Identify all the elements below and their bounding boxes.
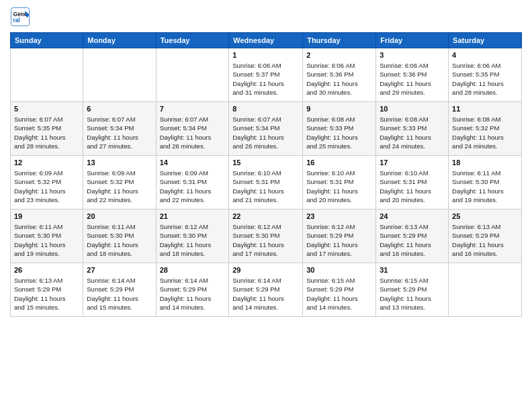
day-info: Sunrise: 6:10 AM Sunset: 5:31 PM Dayligh…: [232, 169, 299, 204]
day-info: Sunrise: 6:12 AM Sunset: 5:29 PM Dayligh…: [306, 222, 372, 258]
logo: Gene ral: [10, 7, 33, 27]
day-number: 25: [452, 212, 518, 220]
page-container: Gene ral SundayMondayTuesdayWednesdayThu…: [0, 0, 532, 324]
weekday-header-cell: Tuesday: [156, 33, 229, 48]
weekday-header-cell: Thursday: [303, 33, 376, 48]
day-info: Sunrise: 6:14 AM Sunset: 5:29 PM Dayligh…: [87, 276, 152, 312]
day-info: Sunrise: 6:09 AM Sunset: 5:32 PM Dayligh…: [14, 169, 79, 204]
day-number: 13: [87, 158, 152, 167]
day-info: Sunrise: 6:07 AM Sunset: 5:34 PM Dayligh…: [87, 115, 152, 150]
calendar-week-row: 5Sunrise: 6:07 AM Sunset: 5:35 PM Daylig…: [11, 102, 522, 156]
day-info: Sunrise: 6:12 AM Sunset: 5:30 PM Dayligh…: [232, 222, 299, 258]
calendar-cell: 13Sunrise: 6:09 AM Sunset: 5:32 PM Dayli…: [83, 156, 156, 210]
calendar-cell: 8Sunrise: 6:07 AM Sunset: 5:34 PM Daylig…: [229, 102, 303, 156]
calendar-cell: 27Sunrise: 6:14 AM Sunset: 5:29 PM Dayli…: [83, 263, 156, 317]
day-number: 18: [452, 158, 518, 167]
day-number: 6: [87, 105, 152, 113]
day-info: Sunrise: 6:11 AM Sunset: 5:30 PM Dayligh…: [87, 222, 152, 258]
day-info: Sunrise: 6:08 AM Sunset: 5:33 PM Dayligh…: [306, 115, 372, 150]
day-info: Sunrise: 6:08 AM Sunset: 5:32 PM Dayligh…: [452, 115, 518, 150]
calendar-cell: 17Sunrise: 6:10 AM Sunset: 5:31 PM Dayli…: [376, 156, 449, 210]
calendar-cell: 11Sunrise: 6:08 AM Sunset: 5:32 PM Dayli…: [449, 102, 522, 156]
day-info: Sunrise: 6:13 AM Sunset: 5:29 PM Dayligh…: [380, 222, 445, 258]
day-info: Sunrise: 6:13 AM Sunset: 5:29 PM Dayligh…: [14, 276, 79, 312]
day-info: Sunrise: 6:14 AM Sunset: 5:29 PM Dayligh…: [160, 276, 226, 312]
calendar-cell: 24Sunrise: 6:13 AM Sunset: 5:29 PM Dayli…: [376, 210, 449, 263]
calendar-cell: 21Sunrise: 6:12 AM Sunset: 5:30 PM Dayli…: [156, 210, 229, 263]
calendar-cell: [11, 48, 83, 102]
calendar-week-row: 19Sunrise: 6:11 AM Sunset: 5:30 PM Dayli…: [11, 210, 522, 263]
day-number: 23: [306, 212, 372, 220]
calendar-cell: [449, 263, 522, 317]
day-number: 17: [380, 158, 445, 167]
day-info: Sunrise: 6:15 AM Sunset: 5:29 PM Dayligh…: [306, 276, 372, 312]
calendar-cell: 23Sunrise: 6:12 AM Sunset: 5:29 PM Dayli…: [303, 210, 376, 263]
day-number: 27: [87, 266, 152, 274]
day-number: 12: [14, 158, 79, 167]
day-info: Sunrise: 6:08 AM Sunset: 5:33 PM Dayligh…: [380, 115, 445, 150]
calendar-cell: 18Sunrise: 6:11 AM Sunset: 5:30 PM Dayli…: [449, 156, 522, 210]
day-number: 7: [160, 105, 226, 113]
logo-icon: Gene ral: [10, 7, 30, 27]
day-info: Sunrise: 6:06 AM Sunset: 5:35 PM Dayligh…: [452, 61, 518, 97]
calendar-cell: 1Sunrise: 6:06 AM Sunset: 5:37 PM Daylig…: [229, 48, 303, 102]
day-info: Sunrise: 6:11 AM Sunset: 5:30 PM Dayligh…: [452, 169, 518, 204]
day-number: 15: [232, 158, 299, 167]
day-number: 31: [380, 266, 445, 274]
day-number: 30: [306, 266, 372, 274]
day-info: Sunrise: 6:11 AM Sunset: 5:30 PM Dayligh…: [14, 222, 79, 258]
day-info: Sunrise: 6:09 AM Sunset: 5:32 PM Dayligh…: [87, 169, 152, 204]
calendar-week-row: 26Sunrise: 6:13 AM Sunset: 5:29 PM Dayli…: [11, 263, 522, 317]
day-number: 16: [306, 158, 372, 167]
header: Gene ral: [10, 7, 522, 27]
calendar-cell: [156, 48, 229, 102]
weekday-header-cell: Friday: [376, 33, 449, 48]
calendar-cell: 4Sunrise: 6:06 AM Sunset: 5:35 PM Daylig…: [449, 48, 522, 102]
calendar-cell: 14Sunrise: 6:09 AM Sunset: 5:31 PM Dayli…: [156, 156, 229, 210]
calendar-cell: 3Sunrise: 6:06 AM Sunset: 5:36 PM Daylig…: [376, 48, 449, 102]
day-info: Sunrise: 6:07 AM Sunset: 5:35 PM Dayligh…: [14, 115, 79, 150]
calendar-cell: 28Sunrise: 6:14 AM Sunset: 5:29 PM Dayli…: [156, 263, 229, 317]
day-info: Sunrise: 6:09 AM Sunset: 5:31 PM Dayligh…: [160, 169, 226, 204]
day-number: 1: [232, 51, 299, 59]
day-number: 2: [306, 51, 372, 59]
day-number: 20: [87, 212, 152, 220]
day-info: Sunrise: 6:15 AM Sunset: 5:29 PM Dayligh…: [380, 276, 445, 312]
day-number: 29: [232, 266, 299, 274]
day-number: 5: [14, 105, 79, 113]
calendar-cell: 31Sunrise: 6:15 AM Sunset: 5:29 PM Dayli…: [376, 263, 449, 317]
calendar-cell: 26Sunrise: 6:13 AM Sunset: 5:29 PM Dayli…: [11, 263, 83, 317]
calendar-cell: [83, 48, 156, 102]
day-number: 8: [232, 105, 299, 113]
weekday-header-cell: Monday: [83, 33, 156, 48]
calendar-week-row: 1Sunrise: 6:06 AM Sunset: 5:37 PM Daylig…: [11, 48, 522, 102]
day-number: 9: [306, 105, 372, 113]
day-info: Sunrise: 6:10 AM Sunset: 5:31 PM Dayligh…: [306, 169, 372, 204]
day-number: 3: [380, 51, 445, 59]
day-number: 22: [232, 212, 299, 220]
day-info: Sunrise: 6:07 AM Sunset: 5:34 PM Dayligh…: [232, 115, 299, 150]
day-info: Sunrise: 6:12 AM Sunset: 5:30 PM Dayligh…: [160, 222, 226, 258]
calendar-cell: 25Sunrise: 6:13 AM Sunset: 5:29 PM Dayli…: [449, 210, 522, 263]
weekday-header-cell: Saturday: [449, 33, 522, 48]
calendar-table: SundayMondayTuesdayWednesdayThursdayFrid…: [10, 32, 522, 317]
calendar-body: 1Sunrise: 6:06 AM Sunset: 5:37 PM Daylig…: [11, 48, 522, 317]
svg-text:Gene: Gene: [13, 11, 28, 17]
calendar-cell: 16Sunrise: 6:10 AM Sunset: 5:31 PM Dayli…: [303, 156, 376, 210]
calendar-cell: 29Sunrise: 6:14 AM Sunset: 5:29 PM Dayli…: [229, 263, 303, 317]
day-number: 11: [452, 105, 518, 113]
calendar-cell: 19Sunrise: 6:11 AM Sunset: 5:30 PM Dayli…: [11, 210, 83, 263]
day-number: 28: [160, 266, 226, 274]
calendar-cell: 15Sunrise: 6:10 AM Sunset: 5:31 PM Dayli…: [229, 156, 303, 210]
calendar-cell: 10Sunrise: 6:08 AM Sunset: 5:33 PM Dayli…: [376, 102, 449, 156]
calendar-week-row: 12Sunrise: 6:09 AM Sunset: 5:32 PM Dayli…: [11, 156, 522, 210]
calendar-cell: 9Sunrise: 6:08 AM Sunset: 5:33 PM Daylig…: [303, 102, 376, 156]
day-number: 26: [14, 266, 79, 274]
weekday-header-cell: Wednesday: [229, 33, 303, 48]
day-info: Sunrise: 6:07 AM Sunset: 5:34 PM Dayligh…: [160, 115, 226, 150]
calendar-cell: 30Sunrise: 6:15 AM Sunset: 5:29 PM Dayli…: [303, 263, 376, 317]
day-number: 4: [452, 51, 518, 59]
calendar-cell: 2Sunrise: 6:06 AM Sunset: 5:36 PM Daylig…: [303, 48, 376, 102]
calendar-cell: 6Sunrise: 6:07 AM Sunset: 5:34 PM Daylig…: [83, 102, 156, 156]
calendar-cell: 7Sunrise: 6:07 AM Sunset: 5:34 PM Daylig…: [156, 102, 229, 156]
